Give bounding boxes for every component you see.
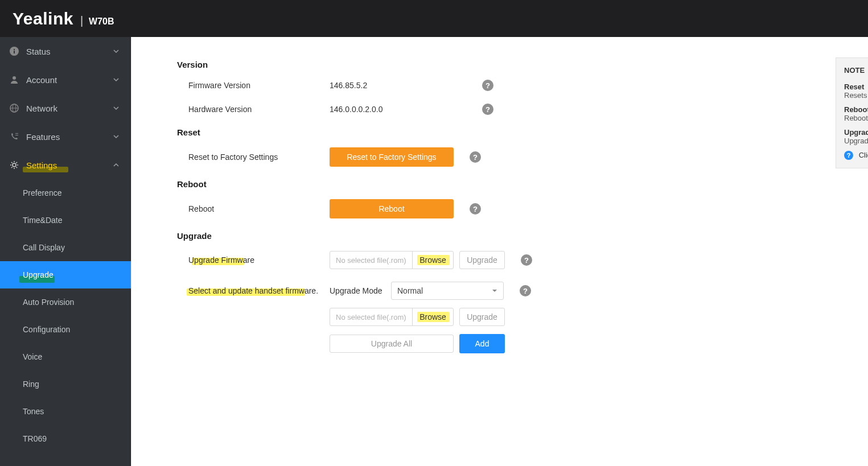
sidebar-item-network[interactable]: Network (0, 94, 130, 122)
browse-label: Browse (419, 255, 446, 265)
row-reboot: Reboot Reboot ? (177, 199, 834, 218)
sidebar-sub-label: Configuration (23, 325, 70, 334)
svg-rect-2 (14, 49, 15, 50)
row-reset: Reset to Factory Settings Reset to Facto… (177, 147, 834, 167)
sidebar-sub-tones[interactable]: Tones (23, 398, 130, 425)
brand: Yealink | W70B (13, 9, 114, 28)
globe-icon (9, 103, 19, 113)
sidebar-item-settings[interactable]: Settings (0, 151, 130, 179)
file-placeholder: No selected file(.rom) (330, 251, 412, 269)
brand-separator: | (80, 14, 83, 27)
help-icon[interactable]: ? (520, 285, 531, 296)
firmware-file-input[interactable]: No selected file(.rom) Browse (330, 251, 454, 269)
browse-button[interactable]: Browse (412, 308, 453, 325)
select-value: Normal (397, 286, 423, 295)
upgrade-all-button[interactable]: Upgrade All (330, 335, 454, 353)
browse-label: Browse (419, 312, 446, 321)
help-icon[interactable]: ? (482, 104, 493, 115)
hardware-version-value: 146.0.0.0.2.0.0 (330, 105, 466, 114)
sidebar-sub-preference[interactable]: Preference (23, 179, 130, 207)
section-title-reboot: Reboot (177, 179, 834, 189)
sidebar-sub-calldisplay[interactable]: Call Display (23, 234, 130, 261)
sidebar-sub-label: Tones (23, 407, 44, 416)
help-icon[interactable]: ? (470, 203, 481, 215)
sidebar-sub-autoprovision[interactable]: Auto Provision (23, 288, 130, 316)
info-icon (9, 46, 19, 56)
reboot-button[interactable]: Reboot (330, 199, 454, 218)
help-icon: ? (844, 151, 853, 160)
note-reboot-head: Reboot (844, 105, 868, 114)
row-handset-file: No selected file(.rom) Browse Upgrade (177, 308, 834, 326)
sidebar-sub-label: Time&Date (23, 216, 63, 225)
note-reset-head: Reset (844, 83, 868, 91)
section-title-version: Version (177, 60, 834, 69)
settings-submenu: Preference Time&Date Call Display Upgrad… (0, 179, 130, 452)
row-handset-firmware: Select and update handset firmware. Upgr… (177, 282, 834, 300)
sidebar-sub-label: Preference (23, 188, 61, 197)
reset-label: Reset to Factory Settings (177, 152, 330, 162)
sidebar-sub-label: Call Display (23, 243, 65, 252)
chevron-down-icon (111, 46, 121, 56)
sidebar-sub-label: TR069 (23, 434, 47, 443)
gear-icon (9, 160, 19, 170)
sidebar-item-features[interactable]: Features (0, 122, 130, 151)
handset-file-input[interactable]: No selected file(.rom) Browse (330, 308, 454, 326)
label-text: Select and update handset firmware. (188, 286, 318, 295)
help-icon[interactable]: ? (521, 254, 532, 266)
chevron-down-icon (492, 286, 497, 295)
help-icon[interactable]: ? (470, 151, 481, 163)
upgrade-handset-button[interactable]: Upgrade (459, 308, 505, 326)
sidebar-sub-label: Ring (23, 380, 39, 389)
note-panel: NOTE Reset Resets Reboot Reboot Upgrade … (836, 57, 868, 168)
browse-button[interactable]: Browse (412, 251, 453, 269)
sidebar-sub-label: Upgrade (23, 270, 54, 279)
svg-rect-1 (14, 51, 15, 53)
note-title: NOTE (844, 66, 868, 75)
content-area: NOTE Reset Resets Reboot Reboot Upgrade … (131, 37, 868, 466)
note-click-text: Click (859, 151, 868, 159)
upgrade-button[interactable]: Upgrade (459, 251, 505, 269)
file-placeholder: No selected file(.rom) (330, 308, 412, 325)
chevron-down-icon (111, 75, 121, 85)
sidebar-item-label: Status (26, 47, 111, 56)
row-upgrade-all: Upgrade All Add (177, 334, 834, 353)
sidebar-sub-label: Auto Provision (23, 298, 74, 307)
section-title-upgrade: Upgrade (177, 231, 834, 241)
sidebar-sub-label: Voice (23, 352, 42, 361)
firmware-version-value: 146.85.5.2 (330, 81, 466, 90)
sidebar-item-label: Network (26, 104, 111, 113)
sidebar-item-label: Features (26, 132, 111, 142)
row-upgrade-firmware: Upgrade Firmware No selected file(.rom) … (177, 251, 834, 269)
phone-list-icon (9, 131, 19, 142)
svg-rect-7 (15, 133, 18, 134)
sidebar-sub-ring[interactable]: Ring (23, 370, 130, 398)
svg-point-9 (13, 163, 16, 167)
sidebar-sub-timedate[interactable]: Time&Date (23, 207, 130, 234)
sidebar-sub-tr069[interactable]: TR069 (23, 425, 130, 452)
upgrade-mode-label: Upgrade Mode (330, 286, 391, 295)
sidebar-sub-voice[interactable]: Voice (23, 343, 130, 370)
sidebar-item-label: Settings (26, 160, 111, 170)
reset-factory-button[interactable]: Reset to Factory Settings (330, 147, 454, 167)
sidebar-item-account[interactable]: Account (0, 65, 130, 94)
sidebar-sub-upgrade[interactable]: Upgrade (0, 261, 131, 288)
hardware-version-label: Hardware Version (177, 105, 330, 114)
section-title-reset: Reset (177, 127, 834, 137)
firmware-version-label: Firmware Version (177, 81, 330, 90)
chevron-up-icon (111, 160, 121, 170)
sidebar-item-status[interactable]: Status (0, 37, 130, 65)
help-icon[interactable]: ? (482, 80, 493, 91)
sidebar-sub-configuration[interactable]: Configuration (23, 316, 130, 343)
upgrade-firmware-label: Upgrade Firmware (177, 255, 330, 265)
svg-point-3 (13, 76, 16, 80)
handset-firmware-label: Select and update handset firmware. (177, 286, 330, 295)
add-button[interactable]: Add (459, 334, 505, 353)
sidebar-item-label: Account (26, 75, 111, 85)
person-icon (9, 75, 19, 85)
label-text: Upgrade Firmware (188, 255, 254, 265)
reboot-label: Reboot (177, 204, 330, 213)
note-reboot-body: Reboot (844, 114, 868, 122)
chevron-down-icon (111, 131, 121, 142)
upgrade-mode-select[interactable]: Normal (391, 282, 504, 300)
note-click-line: ? Click (844, 151, 868, 160)
